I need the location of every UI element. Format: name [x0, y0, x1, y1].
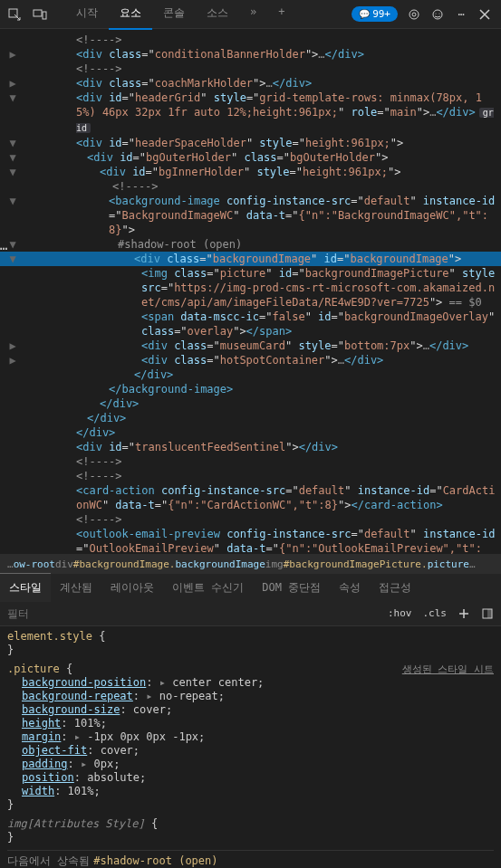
dom-line[interactable]: <img class="picture" id="backgroundImage…: [0, 266, 501, 310]
breadcrumb[interactable]: … ow-root div#backgroundImage.background…: [0, 554, 501, 574]
dom-line[interactable]: </div>: [0, 367, 501, 382]
expand-swatch-icon[interactable]: ▸: [74, 730, 87, 743]
feedback-icon[interactable]: [430, 7, 445, 22]
dom-line[interactable]: <outlook-email-preview config-instance-s…: [0, 527, 501, 554]
tab-start[interactable]: 시작: [65, 0, 109, 30]
add-rule-icon[interactable]: [458, 607, 470, 620]
computed-panel-icon[interactable]: [481, 607, 494, 620]
css-selector[interactable]: img[Attributes Style]: [7, 817, 145, 830]
main-tabs: 시작 요소 콘솔 소스 » +: [65, 0, 295, 30]
css-property[interactable]: background-size: cover;: [7, 703, 494, 717]
dom-line[interactable]: <!---->: [0, 512, 501, 527]
dom-line[interactable]: ▶<div class="hotSpotContainer">…</div>: [0, 353, 501, 367]
css-property[interactable]: height: 101%;: [7, 717, 494, 730]
dom-line[interactable]: ▶<div class="museumCard" style="bottom:7…: [0, 339, 501, 353]
device-icon[interactable]: [33, 7, 47, 22]
hov-button[interactable]: :hov: [388, 607, 412, 619]
subtab-2[interactable]: 레이아웃: [101, 574, 163, 602]
dom-line[interactable]: ▶<div class="coachMarkHolder">…</div>: [0, 76, 501, 91]
gear-icon[interactable]: [407, 7, 421, 22]
dom-line[interactable]: ▼<div class="backgroundImage" id="backgr…: [0, 252, 501, 266]
breadcrumb-item[interactable]: …: [7, 558, 14, 570]
dom-line[interactable]: ▼<div id="headerGrid" style="grid-templa…: [0, 91, 501, 136]
gutter: [4, 310, 22, 339]
dom-line[interactable]: </background-image>: [0, 382, 501, 396]
dom-line[interactable]: ▼#shadow-root (open): [0, 237, 501, 252]
breadcrumb-item[interactable]: picture: [428, 558, 469, 570]
dom-line[interactable]: <!---->: [0, 33, 501, 47]
dom-line[interactable]: </div>: [0, 425, 501, 440]
dom-line[interactable]: <!---->: [0, 62, 501, 76]
tab-elements[interactable]: 요소: [109, 0, 152, 30]
close-icon[interactable]: [477, 7, 492, 22]
expand-icon[interactable]: ▶: [4, 76, 22, 91]
dom-line[interactable]: <card-action config-instance-src="defaul…: [0, 483, 501, 512]
breadcrumb-item[interactable]: #backgroundImagePicture.: [284, 558, 428, 570]
subtab-6[interactable]: 접근성: [370, 574, 420, 602]
dom-line[interactable]: ▼<background-image config-instance-src="…: [0, 194, 501, 237]
toolbar-left: 시작 요소 콘솔 소스 » +: [0, 0, 295, 30]
breadcrumb-item[interactable]: …: [469, 558, 476, 570]
collapse-icon[interactable]: ▼: [4, 91, 22, 136]
dom-tree[interactable]: ⋯ <!---->▶<div class="conditionalBannerH…: [0, 29, 501, 554]
css-property[interactable]: width: 101%;: [7, 785, 494, 798]
dom-line[interactable]: <div id="translucentFeedSentinel"></div>: [0, 440, 501, 454]
css-selector[interactable]: element.style: [7, 630, 92, 643]
expand-swatch-icon[interactable]: ▸: [81, 758, 93, 770]
filter-input[interactable]: [7, 607, 388, 620]
breadcrumb-item[interactable]: ow-root: [14, 558, 55, 570]
css-property[interactable]: margin: ▸ -1px 0px 0px -1px;: [7, 730, 494, 744]
svg-point-4: [412, 13, 416, 16]
breadcrumb-item[interactable]: #backgroundImage.: [73, 558, 176, 570]
gutter: [4, 425, 22, 440]
devtools-toolbar: 시작 요소 콘솔 소스 » + 99+ ⋯: [0, 0, 501, 29]
css-property[interactable]: position: absolute;: [7, 771, 494, 785]
subtab-4[interactable]: DOM 중단점: [253, 574, 330, 602]
dom-line[interactable]: ▼<div id="bgInnerHolder" style="height:9…: [0, 165, 501, 179]
dom-line[interactable]: </div>: [0, 411, 501, 425]
expand-icon[interactable]: ▶: [4, 339, 22, 353]
collapse-icon[interactable]: ▼: [4, 150, 22, 165]
menu-icon[interactable]: ⋯: [454, 7, 468, 22]
breadcrumb-item[interactable]: img: [265, 558, 284, 570]
dom-line[interactable]: <!---->: [0, 179, 501, 194]
breadcrumb-item[interactable]: backgroundImage: [175, 558, 265, 570]
stylesheet-source[interactable]: 생성된 스타일 시트: [402, 663, 494, 676]
svg-point-3: [409, 10, 419, 19]
collapse-icon[interactable]: ▼: [4, 136, 22, 150]
dom-line[interactable]: <!---->: [0, 454, 501, 469]
subtab-0[interactable]: 스타일: [0, 573, 51, 602]
add-tab-icon[interactable]: +: [267, 0, 295, 30]
expand-swatch-icon[interactable]: ▸: [146, 690, 159, 702]
more-tabs-icon[interactable]: »: [239, 0, 267, 30]
dom-line[interactable]: ▼<div id="headerSpaceHolder" style="heig…: [0, 136, 501, 150]
inspect-icon[interactable]: [7, 7, 22, 22]
breadcrumb-item[interactable]: div: [55, 558, 73, 570]
css-property[interactable]: object-fit: cover;: [7, 744, 494, 758]
tab-console[interactable]: 콘솔: [152, 0, 196, 30]
css-property[interactable]: background-position: ▸ center center;: [7, 676, 494, 690]
collapse-icon[interactable]: ▼: [4, 194, 22, 237]
subtab-1[interactable]: 계산됨: [51, 574, 101, 602]
subtab-3[interactable]: 이벤트 수신기: [163, 574, 253, 602]
css-property[interactable]: background-repeat: ▸ no-repeat;: [7, 690, 494, 703]
css-property[interactable]: padding: ▸ 0px;: [7, 758, 494, 771]
styles-panel[interactable]: element.style {}생성된 스타일 시트.picture {back…: [0, 626, 501, 868]
svg-point-7: [439, 13, 440, 14]
tab-sources[interactable]: 소스: [196, 0, 239, 30]
issues-badge[interactable]: 99+: [352, 6, 398, 22]
expand-icon[interactable]: ▶: [4, 47, 22, 62]
gutter: [4, 483, 22, 512]
collapse-icon[interactable]: ▼: [4, 165, 22, 179]
cls-button[interactable]: .cls: [423, 607, 448, 619]
css-selector[interactable]: .picture: [7, 663, 60, 675]
dom-line[interactable]: <!---->: [0, 469, 501, 483]
dom-line[interactable]: ▶<div class="conditionalBannerHolder">…<…: [0, 47, 501, 62]
dom-line[interactable]: </div>: [0, 396, 501, 411]
expand-icon[interactable]: ▶: [4, 353, 22, 367]
svg-rect-9: [487, 609, 492, 618]
subtab-5[interactable]: 속성: [330, 574, 370, 602]
dom-line[interactable]: <span data-mscc-ic="false" id="backgroun…: [0, 310, 501, 339]
expand-swatch-icon[interactable]: ▸: [159, 676, 172, 689]
dom-line[interactable]: ▼<div id="bgOuterHolder" class="bgOuterH…: [0, 150, 501, 165]
